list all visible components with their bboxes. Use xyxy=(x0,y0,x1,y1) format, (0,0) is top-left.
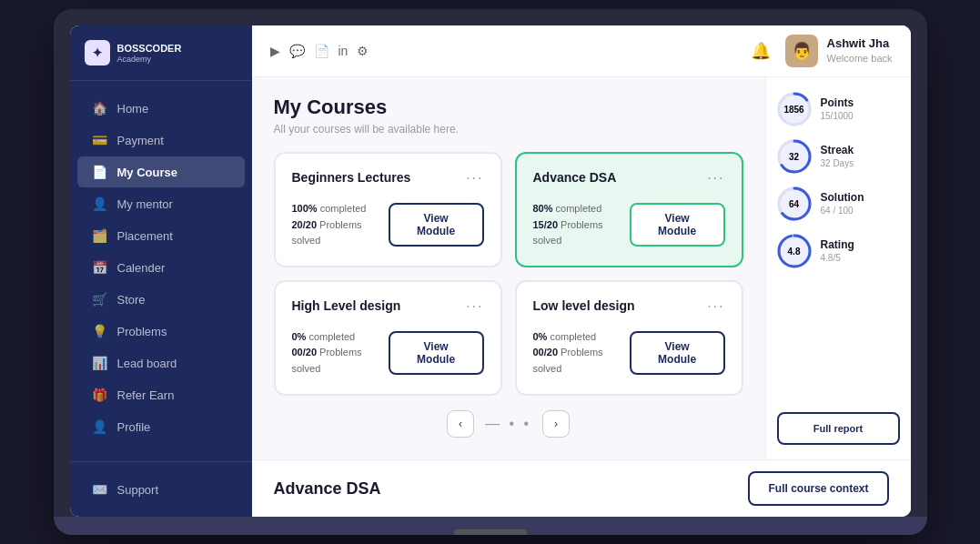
sidebar-item-problems[interactable]: 💡Problems xyxy=(77,316,245,347)
home-icon: 🏠 xyxy=(92,101,108,116)
sidebar-label-lead-board: Lead board xyxy=(117,357,177,370)
page-dots: — • • xyxy=(485,416,531,432)
logo-icon: ✦ xyxy=(85,40,110,65)
sidebar-item-payment[interactable]: 💳Payment xyxy=(77,125,245,156)
sidebar-label-store: Store xyxy=(117,293,146,307)
user-text: Ashwit Jha Welcome back xyxy=(827,36,893,65)
youtube-icon[interactable]: ▶ xyxy=(270,44,280,58)
sidebar: ✦ BOSSCODER Academy 🏠Home💳Payment📄My Cou… xyxy=(70,25,252,517)
card-stats-advance-dsa: 80% completed 15/20 Problems solved xyxy=(533,201,630,249)
card-more-advance-dsa[interactable]: ··· xyxy=(707,170,724,186)
sidebar-item-store[interactable]: 🛒Store xyxy=(77,284,245,315)
sidebar-label-refer-earn: Refer Earn xyxy=(117,388,175,402)
stat-info-rating: Rating 4.8/5 xyxy=(821,237,854,266)
discord-icon[interactable]: 💬 xyxy=(289,44,305,58)
stat-circle-rating: 4.8 xyxy=(777,234,812,268)
card-problems-high-level: 00/20 Problems solved xyxy=(292,345,389,377)
sidebar-nav: 🏠Home💳Payment📄My Course👤My mentor🗂️Place… xyxy=(70,81,252,461)
stat-item-points: 1856 Points 15/1000 xyxy=(777,92,900,126)
card-header-high-level: High Level design ··· xyxy=(292,298,484,315)
card-completed-beginners: 100% completed xyxy=(292,201,389,217)
sidebar-label-problems: Problems xyxy=(117,325,167,338)
sidebar-label-support: Support xyxy=(117,483,159,497)
course-main: My Courses All your courses will be avai… xyxy=(252,77,765,459)
sidebar-label-my-course: My Course xyxy=(117,166,177,179)
card-header-beginners: Beginners Lectures ··· xyxy=(292,170,484,186)
stat-info-points: Points 15/1000 xyxy=(821,96,854,124)
stat-name-streak: Streak xyxy=(821,143,854,158)
problems-icon: 💡 xyxy=(92,324,108,338)
sidebar-item-home[interactable]: 🏠Home xyxy=(77,93,245,124)
linkedin-icon[interactable]: in xyxy=(338,44,349,58)
sidebar-item-calender[interactable]: 📅Calender xyxy=(77,252,245,283)
laptop-frame: ✦ BOSSCODER Academy 🏠Home💳Payment📄My Cou… xyxy=(54,9,927,535)
stat-sub-streak: 32 Days xyxy=(821,157,854,170)
card-more-high-level[interactable]: ··· xyxy=(466,298,483,315)
sidebar-label-home: Home xyxy=(117,102,149,116)
stat-sub-rating: 4.8/5 xyxy=(821,252,854,265)
prev-page-button[interactable]: ‹ xyxy=(447,410,474,438)
sidebar-label-placement: Placement xyxy=(117,229,173,243)
full-course-button[interactable]: Full course context xyxy=(748,471,888,506)
view-module-button-low-level[interactable]: View Module xyxy=(630,331,725,375)
user-name: Ashwit Jha xyxy=(827,36,893,52)
avatar: 👨 xyxy=(785,35,818,67)
top-bar-icons: ▶ 💬 📄 in ⚙ xyxy=(270,44,369,58)
stat-value-solution: 64 xyxy=(789,199,799,209)
user-info: 👨 Ashwit Jha Welcome back xyxy=(785,35,893,67)
view-module-button-high-level[interactable]: View Module xyxy=(389,331,484,375)
course-card-beginners: Beginners Lectures ··· 100% completed 20… xyxy=(274,152,502,267)
course-card-high-level: High Level design ··· 0% completed 00/20… xyxy=(274,280,502,396)
card-stats-beginners: 100% completed 20/20 Problems solved xyxy=(292,201,389,249)
stat-item-rating: 4.8 Rating 4.8/5 xyxy=(777,234,900,268)
card-stats-high-level: 0% completed 00/20 Problems solved xyxy=(292,329,389,378)
stat-item-streak: 32 Streak 32 Days xyxy=(777,139,900,174)
top-bar: ▶ 💬 📄 in ⚙ 🔔 👨 Ashwit Jha Welcome back xyxy=(252,25,911,77)
sidebar-item-placement[interactable]: 🗂️Placement xyxy=(77,220,245,251)
app-container: ✦ BOSSCODER Academy 🏠Home💳Payment📄My Cou… xyxy=(70,25,911,517)
full-report-button[interactable]: Full report xyxy=(777,412,900,445)
card-footer-high-level: 0% completed 00/20 Problems solved View … xyxy=(292,329,484,378)
stat-info-solution: Solution 64 / 100 xyxy=(821,190,864,218)
card-more-low-level[interactable]: ··· xyxy=(707,298,724,315)
laptop-base xyxy=(54,517,927,535)
view-module-button-beginners[interactable]: View Module xyxy=(389,203,484,247)
course-card-advance-dsa: Advance DSA ··· 80% completed 15/20 Prob… xyxy=(515,152,743,267)
my-mentor-icon: 👤 xyxy=(92,196,108,211)
card-footer-beginners: 100% completed 20/20 Problems solved Vie… xyxy=(292,201,484,249)
next-page-button[interactable]: › xyxy=(542,410,570,438)
stat-value-rating: 4.8 xyxy=(788,247,801,257)
calender-icon: 📅 xyxy=(92,260,108,275)
card-completed-low-level: 0% completed xyxy=(533,329,630,346)
placement-icon: 🗂️ xyxy=(92,228,108,243)
doc-icon[interactable]: 📄 xyxy=(314,44,329,58)
sidebar-item-profile[interactable]: 👤Profile xyxy=(77,411,245,442)
card-more-beginners[interactable]: ··· xyxy=(466,170,483,186)
notification-icon[interactable]: 🔔 xyxy=(751,41,771,61)
my-course-icon: 📄 xyxy=(92,165,108,179)
card-title-beginners: Beginners Lectures xyxy=(292,170,411,185)
view-module-button-advance-dsa[interactable]: View Module xyxy=(630,203,725,247)
stat-circle-solution: 64 xyxy=(777,186,812,221)
card-footer-advance-dsa: 80% completed 15/20 Problems solved View… xyxy=(533,201,725,249)
settings-icon[interactable]: ⚙ xyxy=(357,44,369,58)
sidebar-item-my-course[interactable]: 📄My Course xyxy=(77,156,245,187)
right-panel: 1856 Points 15/1000 32 Streak 32 Days 64 xyxy=(765,77,911,459)
stat-name-solution: Solution xyxy=(821,190,864,206)
card-title-advance-dsa: Advance DSA xyxy=(533,170,617,185)
sidebar-item-my-mentor[interactable]: 👤My mentor xyxy=(77,188,245,219)
stat-circle-points: 1856 xyxy=(777,92,812,126)
sidebar-item-support[interactable]: ✉️Support xyxy=(77,474,245,505)
bottom-course-title: Advance DSA xyxy=(274,479,381,499)
card-problems-advance-dsa: 15/20 Problems solved xyxy=(533,217,630,249)
stat-value-points: 1856 xyxy=(783,105,803,115)
stat-info-streak: Streak 32 Days xyxy=(821,143,854,171)
card-title-low-level: Low level design xyxy=(533,298,635,313)
stat-sub-solution: 64 / 100 xyxy=(821,205,864,217)
sidebar-label-payment: Payment xyxy=(117,134,164,147)
sidebar-item-lead-board[interactable]: 📊Lead board xyxy=(77,348,245,378)
course-card-low-level: Low level design ··· 0% completed 00/20 … xyxy=(515,280,743,396)
store-icon: 🛒 xyxy=(92,292,108,307)
sidebar-item-refer-earn[interactable]: 🎁Refer Earn xyxy=(77,379,245,410)
sidebar-bottom: ✉️Support xyxy=(70,461,252,517)
